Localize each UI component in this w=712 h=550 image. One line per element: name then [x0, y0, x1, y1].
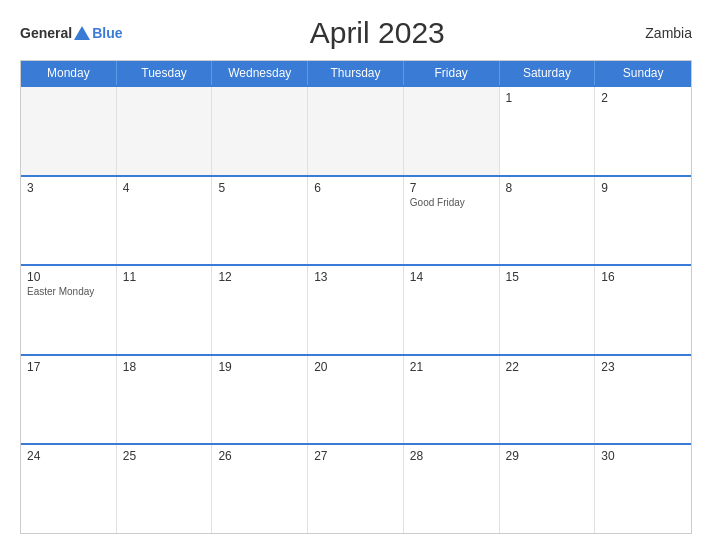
- calendar-cell: 4: [117, 177, 213, 265]
- day-number: 11: [123, 270, 206, 284]
- calendar-cell: 26: [212, 445, 308, 533]
- page: General Blue April 2023 Zambia MondayTue…: [0, 0, 712, 550]
- day-number: 25: [123, 449, 206, 463]
- day-number: 18: [123, 360, 206, 374]
- calendar-body: 1234567Good Friday8910Easter Monday11121…: [21, 85, 691, 533]
- calendar-cell: 8: [500, 177, 596, 265]
- day-number: 23: [601, 360, 685, 374]
- day-number: 9: [601, 181, 685, 195]
- calendar-week-5: 24252627282930: [21, 443, 691, 533]
- calendar: MondayTuesdayWednesdayThursdayFridaySatu…: [20, 60, 692, 534]
- day-number: 2: [601, 91, 685, 105]
- calendar-cell: 17: [21, 356, 117, 444]
- calendar-header: MondayTuesdayWednesdayThursdayFridaySatu…: [21, 61, 691, 85]
- day-number: 24: [27, 449, 110, 463]
- calendar-cell: 12: [212, 266, 308, 354]
- logo-triangle-icon: [74, 26, 90, 40]
- day-number: 27: [314, 449, 397, 463]
- day-number: 12: [218, 270, 301, 284]
- calendar-cell: 5: [212, 177, 308, 265]
- calendar-cell: 9: [595, 177, 691, 265]
- day-number: 19: [218, 360, 301, 374]
- calendar-cell: 1: [500, 87, 596, 175]
- calendar-cell: 10Easter Monday: [21, 266, 117, 354]
- calendar-cell: 16: [595, 266, 691, 354]
- holiday-label: Easter Monday: [27, 286, 110, 297]
- calendar-cell: 6: [308, 177, 404, 265]
- day-number: 13: [314, 270, 397, 284]
- calendar-header-friday: Friday: [404, 61, 500, 85]
- calendar-cell: 11: [117, 266, 213, 354]
- holiday-label: Good Friday: [410, 197, 493, 208]
- calendar-cell: [212, 87, 308, 175]
- calendar-cell: 29: [500, 445, 596, 533]
- day-number: 4: [123, 181, 206, 195]
- calendar-cell: [404, 87, 500, 175]
- day-number: 29: [506, 449, 589, 463]
- day-number: 30: [601, 449, 685, 463]
- calendar-header-sunday: Sunday: [595, 61, 691, 85]
- day-number: 15: [506, 270, 589, 284]
- calendar-header-monday: Monday: [21, 61, 117, 85]
- calendar-cell: 13: [308, 266, 404, 354]
- calendar-cell: 7Good Friday: [404, 177, 500, 265]
- calendar-cell: [308, 87, 404, 175]
- day-number: 21: [410, 360, 493, 374]
- calendar-cell: 18: [117, 356, 213, 444]
- calendar-cell: 28: [404, 445, 500, 533]
- day-number: 3: [27, 181, 110, 195]
- page-title: April 2023: [122, 16, 632, 50]
- calendar-cell: 30: [595, 445, 691, 533]
- calendar-week-4: 17181920212223: [21, 354, 691, 444]
- logo: General Blue: [20, 25, 122, 41]
- logo-general: General: [20, 25, 72, 41]
- day-number: 16: [601, 270, 685, 284]
- calendar-header-thursday: Thursday: [308, 61, 404, 85]
- calendar-cell: 24: [21, 445, 117, 533]
- calendar-cell: 25: [117, 445, 213, 533]
- day-number: 8: [506, 181, 589, 195]
- calendar-cell: 19: [212, 356, 308, 444]
- calendar-header-tuesday: Tuesday: [117, 61, 213, 85]
- day-number: 22: [506, 360, 589, 374]
- header: General Blue April 2023 Zambia: [20, 16, 692, 50]
- calendar-week-3: 10Easter Monday111213141516: [21, 264, 691, 354]
- calendar-cell: 27: [308, 445, 404, 533]
- day-number: 28: [410, 449, 493, 463]
- calendar-cell: 22: [500, 356, 596, 444]
- day-number: 26: [218, 449, 301, 463]
- calendar-cell: 2: [595, 87, 691, 175]
- calendar-cell: [21, 87, 117, 175]
- day-number: 5: [218, 181, 301, 195]
- calendar-week-2: 34567Good Friday89: [21, 175, 691, 265]
- day-number: 14: [410, 270, 493, 284]
- day-number: 10: [27, 270, 110, 284]
- calendar-week-1: 12: [21, 85, 691, 175]
- day-number: 6: [314, 181, 397, 195]
- calendar-header-wednesday: Wednesday: [212, 61, 308, 85]
- day-number: 7: [410, 181, 493, 195]
- day-number: 20: [314, 360, 397, 374]
- logo-blue: Blue: [92, 25, 122, 41]
- day-number: 1: [506, 91, 589, 105]
- day-number: 17: [27, 360, 110, 374]
- calendar-cell: 20: [308, 356, 404, 444]
- country-label: Zambia: [632, 25, 692, 41]
- calendar-cell: 15: [500, 266, 596, 354]
- calendar-cell: 23: [595, 356, 691, 444]
- calendar-header-saturday: Saturday: [500, 61, 596, 85]
- calendar-cell: [117, 87, 213, 175]
- calendar-cell: 21: [404, 356, 500, 444]
- calendar-cell: 14: [404, 266, 500, 354]
- calendar-cell: 3: [21, 177, 117, 265]
